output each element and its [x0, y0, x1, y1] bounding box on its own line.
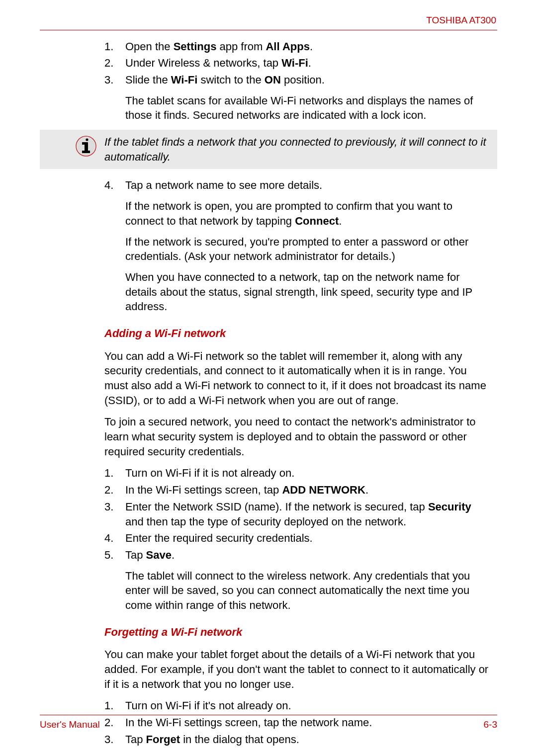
- list-num: 3.: [104, 732, 125, 747]
- note-box: If the tablet finds a network that you c…: [40, 130, 497, 169]
- list-item: 2. In the Wi-Fi settings screen, tap ADD…: [104, 483, 492, 498]
- list-text: Tap Save.: [125, 548, 492, 563]
- section-heading-adding: Adding a Wi-Fi network: [104, 326, 492, 341]
- list-num: 4.: [104, 178, 125, 193]
- list-text: Tap Forget in the dialog that opens.: [125, 732, 492, 747]
- paragraph: You can add a Wi-Fi network so the table…: [104, 349, 492, 408]
- list-text: Enter the required security credentials.: [125, 531, 492, 546]
- footer-right: 6-3: [484, 718, 497, 731]
- list-text: Turn on Wi-Fi if it is not already on.: [125, 466, 492, 481]
- list-item: 5. Tap Save.: [104, 548, 492, 563]
- list-item: 1. Turn on Wi-Fi if it's not already on.: [104, 698, 492, 713]
- list-item: 2. Under Wireless & networks, tap Wi-Fi.: [104, 56, 492, 71]
- list-num: 3.: [104, 500, 125, 529]
- list-num: 1.: [104, 466, 125, 481]
- header-rule: [40, 30, 497, 30]
- main-content: 1. Open the Settings app from All Apps. …: [40, 39, 497, 747]
- list-num: 4.: [104, 531, 125, 546]
- list-continuation: When you have connected to a network, ta…: [104, 270, 492, 314]
- list-item: 1. Open the Settings app from All Apps.: [104, 39, 492, 54]
- info-icon: [40, 135, 104, 161]
- list-text: Under Wireless & networks, tap Wi-Fi.: [125, 56, 492, 71]
- paragraph: You can make your tablet forget about th…: [104, 647, 492, 691]
- section-heading-forgetting: Forgetting a Wi-Fi network: [104, 625, 492, 640]
- list-item: 3. Tap Forget in the dialog that opens.: [104, 732, 492, 747]
- list-text: Tap a network name to see more details.: [125, 178, 492, 193]
- list-num: 3.: [104, 73, 125, 87]
- paragraph: To join a secured network, you need to c…: [104, 415, 492, 459]
- list-num: 1.: [104, 39, 125, 54]
- list-text: Turn on Wi-Fi if it's not already on.: [125, 698, 492, 713]
- list-num: 5.: [104, 548, 125, 563]
- list-num: 1.: [104, 698, 125, 713]
- list-text: Open the Settings app from All Apps.: [125, 39, 492, 54]
- list-continuation: The tablet scans for available Wi-Fi net…: [104, 93, 492, 123]
- svg-rect-4: [82, 142, 86, 145]
- list-text: In the Wi-Fi settings screen, tap ADD NE…: [125, 483, 492, 498]
- list-item: 1. Turn on Wi-Fi if it is not already on…: [104, 466, 492, 481]
- footer-rule: [40, 715, 497, 715]
- list-num: 2.: [104, 483, 125, 498]
- list-num: 2.: [104, 56, 125, 71]
- note-text: If the tablet finds a network that you c…: [104, 135, 492, 164]
- list-item: 3. Slide the Wi-Fi switch to the ON posi…: [104, 73, 492, 87]
- footer: User's Manual 6-3: [40, 715, 497, 731]
- header-product: TOSHIBA AT300: [40, 14, 497, 27]
- list-item: 3. Enter the Network SSID (name). If the…: [104, 500, 492, 529]
- svg-rect-5: [82, 151, 90, 153]
- list-continuation: If the network is open, you are prompted…: [104, 199, 492, 228]
- list-text: Slide the Wi-Fi switch to the ON positio…: [125, 73, 492, 87]
- footer-left: User's Manual: [40, 718, 100, 731]
- list-item: 4. Enter the required security credentia…: [104, 531, 492, 546]
- list-continuation: The tablet will connect to the wireless …: [104, 569, 492, 613]
- list-text: Enter the Network SSID (name). If the ne…: [125, 500, 492, 529]
- list-item: 4. Tap a network name to see more detail…: [104, 178, 492, 193]
- svg-point-2: [86, 138, 88, 141]
- list-continuation: If the network is secured, you're prompt…: [104, 235, 492, 264]
